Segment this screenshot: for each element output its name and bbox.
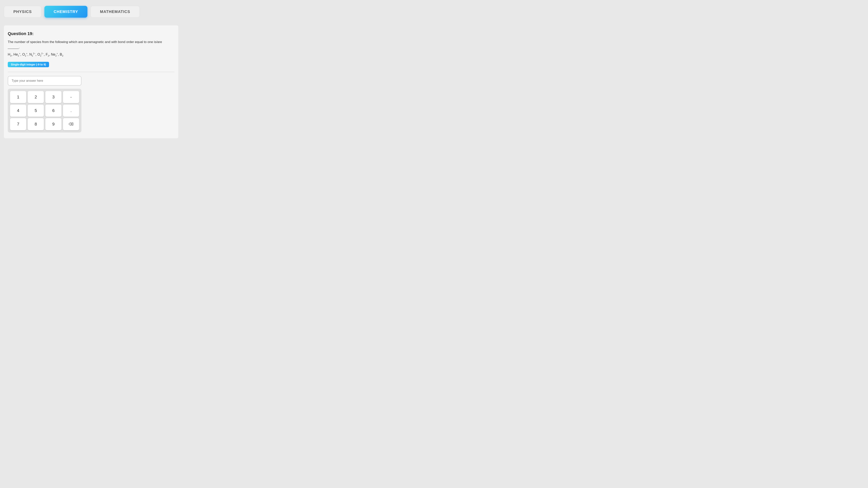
numpad-backspace[interactable]: ⌫ [63,118,79,130]
question-formula: H2, He2+, O2+, N22−, O22−, F2, Ne2+, B2 [8,51,175,58]
question-type-badge: Single-digit Integer (-9 to 9) [8,62,49,67]
numpad-4[interactable]: 4 [10,105,26,117]
answer-input[interactable] [8,76,82,86]
numpad-row-2: 4 5 6 . [10,105,79,117]
numpad-1[interactable]: 1 [10,91,26,103]
numpad-7[interactable]: 7 [10,118,26,130]
subject-tabs: PHYSICS CHEMISTRY MATHEMATICS [4,4,864,20]
tab-physics[interactable]: PHYSICS [4,6,41,18]
numpad-minus[interactable]: - [63,91,79,103]
question-title: Question 19: [8,31,175,36]
tab-chemistry[interactable]: CHEMISTRY [44,6,87,18]
numpad-2[interactable]: 2 [28,91,44,103]
numpad-dot[interactable]: . [63,105,79,117]
numpad-9[interactable]: 9 [45,118,61,130]
divider [8,72,175,72]
numpad-5[interactable]: 5 [28,105,44,117]
numpad-row-3: 7 8 9 ⌫ [10,118,79,130]
numpad-row-1: 1 2 3 - [10,91,79,103]
question-text: The number of species from the following… [8,39,175,50]
numpad-8[interactable]: 8 [28,118,44,130]
question-content: Question 19: The number of species from … [4,25,178,138]
numpad-6[interactable]: 6 [45,105,61,117]
numpad-3[interactable]: 3 [45,91,61,103]
numpad: 1 2 3 - 4 5 6 . 7 8 9 ⌫ [8,89,82,132]
tab-mathematics[interactable]: MATHEMATICS [91,6,140,18]
